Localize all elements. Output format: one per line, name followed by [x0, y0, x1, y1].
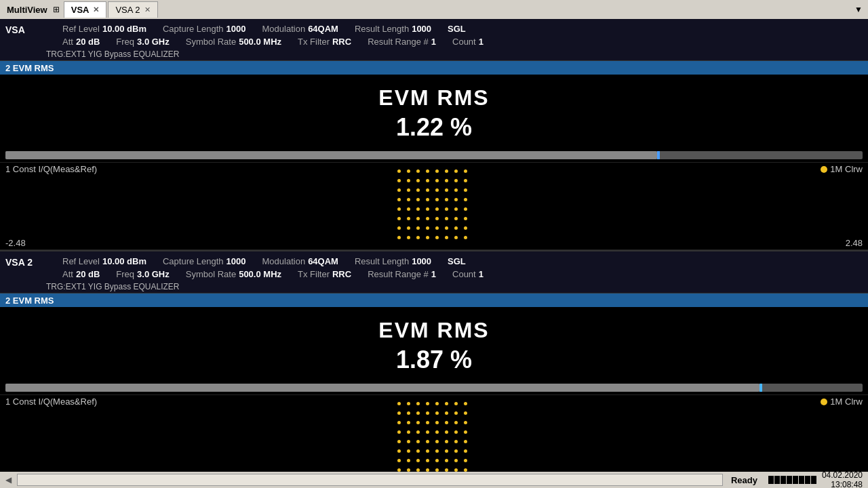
battery-seg-4 [787, 476, 792, 484]
vsa2-ref-level-value: 10.00 dBm [102, 256, 146, 266]
vsa1-count-label: Count [452, 37, 476, 47]
vsa1-tx-filter-label: Tx Filter [298, 37, 330, 47]
vsa1-evm-title: EVM RMS [0, 85, 868, 110]
vsa2-evm-title: EVM RMS [0, 318, 868, 343]
vsa1-progress-marker [657, 151, 660, 159]
vsa2-symbol-rate-value: 500.0 MHz [239, 269, 281, 279]
vsa1-scale-min: -2.48 [5, 238, 26, 248]
vsa2-count-label: Count [452, 269, 476, 279]
vsa2-freq-label: Freq [116, 269, 134, 279]
vsa1-tx-filter: Tx Filter RRC [298, 37, 351, 47]
vsa1-section-label: 2 EVM RMS [5, 63, 54, 73]
vsa1-progress-track [5, 151, 863, 159]
vsa2-symbol-rate: Symbol Rate 500.0 MHz [186, 269, 281, 279]
vsa2-ref-level-label: Ref Level [62, 256, 100, 266]
vsa2-label: VSA 2 [5, 254, 46, 268]
status-left-arrow[interactable]: ◀ [3, 475, 14, 485]
vsa1-modulation-label: Modulation [262, 24, 306, 34]
vsa1-scale-max: 2.48 [846, 238, 863, 248]
vsa1-label: VSA [5, 22, 46, 35]
vsa1-clrw-label: 1M Clrw [830, 164, 863, 174]
vsa2-const-label: 1 Const I/Q(Meas&Ref) [5, 396, 97, 407]
vsa1-trg-text: TRG:EXT1 YIG Bypass EQUALIZER [46, 49, 180, 59]
title-bar-arrow[interactable]: ▼ [854, 5, 865, 14]
status-datetime: 04.02.2020 13:08:48 [822, 470, 865, 488]
tab-vsa2-label: VSA 2 [115, 5, 140, 15]
vsa2-tx-filter-value: RRC [332, 269, 351, 279]
vsa2-section-label: 2 EVM RMS [5, 296, 54, 306]
vsa1-const-label: 1 Const I/Q(Meas&Ref) [5, 164, 97, 174]
status-date: 04.02.2020 [822, 470, 863, 480]
vsa2-result-range-label: Result Range # [368, 269, 429, 279]
vsa1-count: Count 1 [452, 37, 484, 47]
vsa2-modulation-label: Modulation [262, 256, 306, 266]
vsa1-progress-area [0, 148, 868, 162]
vsa2-capture-length-label: Capture Length [163, 256, 224, 266]
battery-seg-8 [811, 476, 816, 484]
vsa2-info-bar: VSA 2 Ref Level 10.00 dBm Capture Length… [0, 251, 868, 293]
vsa2-section-header: 2 EVM RMS [0, 293, 868, 307]
battery-seg-2 [774, 476, 780, 484]
vsa2-progress-fill [5, 384, 760, 392]
vsa2-tx-filter: Tx Filter RRC [298, 269, 351, 279]
vsa1-att-value: 20 dB [76, 37, 100, 47]
battery-seg-7 [805, 476, 810, 484]
vsa1-qam-grid [397, 169, 471, 243]
vsa2-tx-filter-label: Tx Filter [298, 269, 330, 279]
tab-vsa2-close[interactable]: ✕ [144, 5, 151, 14]
vsa1-section-header: 2 EVM RMS [0, 61, 868, 75]
vsa2-result-range-value: 1 [431, 269, 436, 279]
status-main-area [17, 474, 723, 486]
vsa1-count-value: 1 [479, 37, 484, 47]
battery-seg-1 [768, 476, 774, 484]
vsa1-symbol-rate-label: Symbol Rate [186, 37, 236, 47]
vsa1-freq-value: 3.0 GHz [137, 37, 170, 47]
vsa2-ref-level: Ref Level 10.00 dBm [62, 256, 146, 266]
vsa1-capture-length-label: Capture Length [163, 24, 224, 34]
vsa2-freq-value: 3.0 GHz [137, 269, 170, 279]
vsa1-result-range-label: Result Range # [368, 37, 429, 47]
vsa2-constellation [0, 408, 868, 469]
vsa1-trg: TRG:EXT1 YIG Bypass EQUALIZER [0, 49, 868, 60]
vsa1-att: Att 20 dB [62, 37, 100, 47]
battery-seg-6 [799, 476, 804, 484]
vsa2-modulation-value: 64QAM [308, 256, 338, 266]
vsa1-symbol-rate: Symbol Rate 500.0 MHz [186, 37, 281, 47]
status-ready-label: Ready [726, 475, 763, 485]
vsa2-result-length-value: 1000 [412, 256, 431, 266]
vsa1-dot-icon [821, 166, 827, 173]
battery-seg-3 [781, 476, 786, 484]
vsa1-result-length-label: Result Length [355, 24, 409, 34]
vsa1-freq-label: Freq [116, 37, 134, 47]
title-bar: MultiView ⊞ VSA ✕ VSA 2 ✕ ▼ [0, 0, 868, 19]
vsa1-result-range-value: 1 [431, 37, 436, 47]
vsa1-evm-value: 1.22 % [0, 113, 868, 142]
vsa1-result-length-value: 1000 [412, 24, 431, 34]
vsa1-capture-length: Capture Length 1000 [163, 24, 246, 34]
vsa1-capture-length-value: 1000 [226, 24, 246, 34]
vsa1-symbol-rate-value: 500.0 MHz [239, 37, 281, 47]
vsa1-tx-filter-value: RRC [332, 37, 351, 47]
tab-vsa[interactable]: VSA ✕ [64, 1, 107, 18]
vsa2-capture-length: Capture Length 1000 [163, 256, 246, 266]
vsa2-freq: Freq 3.0 GHz [116, 269, 169, 279]
vsa2-evm-value: 1.87 % [0, 346, 868, 374]
tab-vsa2[interactable]: VSA 2 ✕ [108, 1, 157, 18]
vsa2-sgl-value: SGL [448, 256, 466, 266]
vsa1-const-info: 1M Clrw [821, 164, 863, 174]
status-bar: ◀ Ready 04.02.2020 13:08:48 [0, 472, 868, 488]
vsa1-sgl-value: SGL [448, 24, 466, 34]
vsa1-progress-fill [5, 151, 657, 159]
vsa2-att-label: Att [62, 269, 73, 279]
vsa2-const-info: 1M Clrw [821, 396, 863, 407]
vsa1-ref-level-label: Ref Level [62, 24, 100, 34]
tab-vsa-close[interactable]: ✕ [93, 5, 99, 14]
vsa2-capture-length-value: 1000 [226, 256, 246, 266]
vsa1-sgl: SGL [448, 24, 466, 34]
battery-seg-5 [793, 476, 798, 484]
vsa2-evm-display: EVM RMS 1.87 % [0, 307, 868, 381]
vsa2-trg-text: TRG:EXT1 YIG Bypass EQUALIZER [46, 282, 180, 291]
vsa2-qam-grid [397, 402, 471, 475]
vsa1-freq: Freq 3.0 GHz [116, 37, 169, 47]
vsa1-ref-level-value: 10.00 dBm [102, 24, 146, 34]
